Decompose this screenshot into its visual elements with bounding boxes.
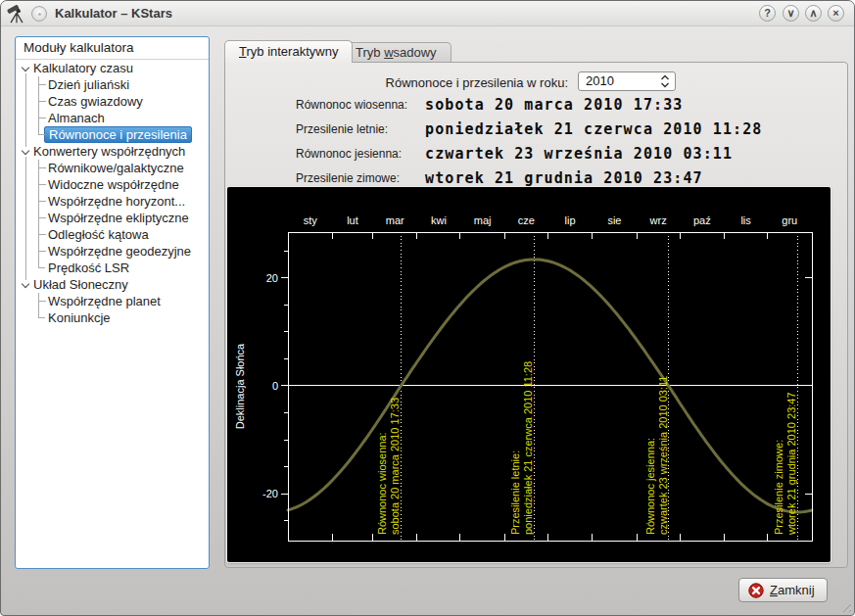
module-tree: Kalkulatory czasuDzień juliańskiCzas gwi… xyxy=(16,60,209,326)
result-row-winter: Przesilenie zimowe:wtorek 21 grudnia 201… xyxy=(296,168,703,186)
result-value: sobota 20 marca 2010 17:33 xyxy=(425,96,683,114)
plot-frame xyxy=(288,232,812,541)
month-label-cze: cze xyxy=(518,214,535,226)
tree-item-wspolrzedne-planet[interactable]: Współrzędne planet xyxy=(16,293,209,309)
module-list-panel: Moduły kalkulatora Kalkulatory czasuDzie… xyxy=(15,36,210,569)
tree-item-wspolrzedne-ekliptyczne[interactable]: Współrzędne ekliptyczne xyxy=(16,210,209,226)
spinner-arrows-icon[interactable] xyxy=(660,74,670,92)
tree-item-label: Almanach xyxy=(48,110,105,126)
tree-item-label: Równikowe/galaktyczne xyxy=(48,160,184,176)
result-row-summer: Przesilenie letnie:poniedziałek 21 czerw… xyxy=(296,119,762,137)
help-button[interactable]: ? xyxy=(759,5,776,22)
tab-interactive-mode[interactable]: Tryb interaktywny xyxy=(224,40,353,63)
tree-item-label: Odległość kątowa xyxy=(48,226,149,243)
tree-item-wspolrzedne-horyzont[interactable]: Współrzędne horyzont... xyxy=(16,193,209,210)
expander-icon[interactable] xyxy=(21,147,30,157)
expander-icon[interactable] xyxy=(21,280,30,290)
tree-branch-line xyxy=(38,126,46,143)
window-close-button[interactable]: × xyxy=(828,5,844,22)
tree-item-koniunkcje[interactable]: Koniunkcje xyxy=(16,309,209,326)
kstars-calculator-window: Kalkulator – KStars ? ∨ ∧ × Moduły kalku… xyxy=(0,0,855,616)
event-date-annotation-3: wtorek 21 grudnia 2010 23:47 xyxy=(785,392,797,536)
tree-item-rownonoce-i-przesilenia[interactable]: Równonoce i przesilenia xyxy=(16,126,209,143)
tree-item-label: Konwertery współrzędnych xyxy=(33,143,185,160)
tree-item-label: Układ Słoneczny xyxy=(33,276,128,293)
year-spinbox[interactable]: 2010 xyxy=(578,71,676,91)
declination-plot-svg: stylutmarkwimajczelipsiewrzpaźlisgru-200… xyxy=(227,187,831,562)
tree-branch-line xyxy=(38,309,46,326)
result-value: wtorek 21 grudnia 2010 23:47 xyxy=(425,169,703,187)
result-row-autumn: Równonoc jesienna:czwartek 23 września 2… xyxy=(296,144,733,162)
expander-icon[interactable] xyxy=(21,64,30,73)
tree-item-label: Współrzędne horyzont... xyxy=(48,193,185,210)
tree-item-label: Koniunkcje xyxy=(48,309,111,326)
event-date-annotation-0: sobota 20 marca 2010 17:33 xyxy=(389,398,401,535)
tree-item-label: Dzień juliański xyxy=(48,76,129,93)
interactive-mode-panel: Równonoce i przesilenia w roku: 2010 Rów… xyxy=(224,62,848,568)
month-label-lut: lut xyxy=(347,214,358,226)
tree-branch-line xyxy=(38,226,46,243)
year-label: Równonoce i przesilenia w roku: xyxy=(225,75,568,90)
resize-grip[interactable] xyxy=(839,600,851,612)
event-date-annotation-1: poniedziałek 21 czerwca 2010 11:28 xyxy=(522,361,534,535)
tree-item-label: Współrzędne ekliptyczne xyxy=(48,210,189,226)
month-label-gru: gru xyxy=(782,214,797,226)
tree-item-label: Równonoce i przesilenia xyxy=(44,126,192,143)
tree-branch-line xyxy=(38,176,46,193)
result-row-spring: Równonoc wiosenna:sobota 20 marca 2010 1… xyxy=(296,95,683,113)
close-button-label: Zamknij xyxy=(770,583,815,597)
titlebar-menu-button[interactable] xyxy=(31,6,47,22)
tree-branch-line xyxy=(38,193,46,210)
event-name-annotation-2: Równonoc jesienna: xyxy=(644,438,656,535)
tree-item-odleglosc-katowa[interactable]: Odległość kątowa xyxy=(16,226,209,243)
tree-item-rownikowe-galaktyczne[interactable]: Równikowe/galaktyczne xyxy=(16,160,209,176)
month-label-sty: sty xyxy=(304,214,318,226)
month-label-kwi: kwi xyxy=(431,214,447,226)
tab-batch-mode[interactable]: Tryb wsadowy xyxy=(341,42,451,63)
tree-item-label: Prędkość LSR xyxy=(48,260,129,276)
year-value: 2010 xyxy=(586,72,614,90)
y-axis-title: Deklinacja Słońca xyxy=(234,343,246,429)
tree-item-dzien-julianski[interactable]: Dzień juliański xyxy=(16,76,209,93)
tree-item-uklad-sloneczny[interactable]: Układ Słoneczny xyxy=(16,276,209,293)
result-value: czwartek 23 września 2010 03:11 xyxy=(425,145,733,163)
window-title: Kalkulator – KStars xyxy=(55,6,172,21)
tree-item-label: Kalkulatory czasu xyxy=(33,60,133,76)
event-name-annotation-3: Przesilenie zimowe: xyxy=(773,440,784,535)
tree-item-predkosc-lsr[interactable]: Prędkość LSR xyxy=(16,260,209,276)
tree-item-czas-gwiazdowy[interactable]: Czas gwiazdowy xyxy=(16,93,209,110)
close-dialog-icon xyxy=(748,583,764,598)
y-tick-label-20: 20 xyxy=(266,272,278,284)
telescope-app-icon xyxy=(6,3,27,24)
tree-item-wspolrzedne-geodezyjne[interactable]: Współrzędne geodezyjne xyxy=(16,243,209,260)
tree-branch-line xyxy=(38,93,46,110)
result-label: Równonoc jesienna: xyxy=(296,147,425,161)
close-button[interactable]: Zamknij xyxy=(738,578,828,602)
result-label: Przesilenie letnie: xyxy=(296,122,425,136)
shade-button[interactable]: ∨ xyxy=(783,5,799,22)
module-list-header: Moduły kalkulatora xyxy=(16,37,209,60)
month-label-maj: maj xyxy=(474,214,492,226)
tree-branch-line xyxy=(38,260,46,276)
tree-item-kalkulatory-czasu[interactable]: Kalkulatory czasu xyxy=(16,60,209,76)
month-label-lip: lip xyxy=(565,214,576,226)
tree-branch-line xyxy=(38,293,46,309)
y-tick-label-0: 0 xyxy=(272,380,278,392)
tree-branch-line xyxy=(38,160,46,176)
tree-branch-line xyxy=(38,76,46,93)
event-name-annotation-0: Równonoc wiosenna: xyxy=(376,432,388,535)
tree-item-widoczne-wspolrzedne[interactable]: Widoczne współrzędne xyxy=(16,176,209,193)
tree-branch-line xyxy=(38,110,46,126)
result-label: Równonoc wiosenna: xyxy=(296,98,425,112)
declination-plot: stylutmarkwimajczelipsiewrzpaźlisgru-200… xyxy=(227,187,831,562)
titlebar[interactable]: Kalkulator – KStars ? ∨ ∧ × xyxy=(1,1,854,26)
month-label-sie: sie xyxy=(607,214,621,226)
month-label-lis: lis xyxy=(740,214,751,226)
tree-item-label: Współrzędne planet xyxy=(48,293,161,309)
keep-above-button[interactable]: ∧ xyxy=(805,5,822,22)
tree-item-label: Widoczne współrzędne xyxy=(48,176,179,193)
tree-item-label: Współrzędne geodezyjne xyxy=(48,243,191,260)
tree-item-konwertery-wspolrzednych[interactable]: Konwertery współrzędnych xyxy=(16,143,209,160)
event-date-annotation-2: czwartek 23 września 2010 03:11 xyxy=(657,376,669,535)
tree-item-almanach[interactable]: Almanach xyxy=(16,110,209,126)
